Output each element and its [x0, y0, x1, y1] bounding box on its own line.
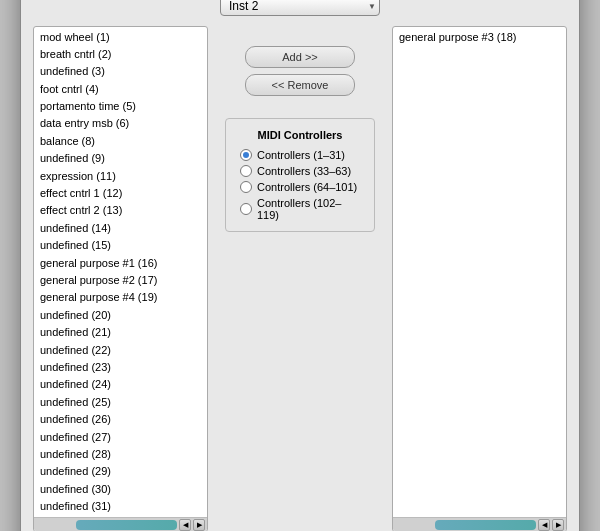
radio-circle [240, 149, 252, 161]
list-item[interactable]: undefined (24) [38, 376, 203, 393]
left-scroll-thumb [76, 520, 177, 530]
list-item[interactable]: general purpose #3 (18) [397, 29, 562, 46]
radio-circle [240, 203, 252, 215]
radio-label: Controllers (64–101) [257, 181, 357, 193]
right-scroll-thumb [435, 520, 536, 530]
list-item[interactable]: undefined (3) [38, 63, 203, 80]
radio-item[interactable]: Controllers (1–31) [240, 149, 360, 161]
right-list-panel: general purpose #3 (18) ◀ ▶ [392, 26, 567, 531]
list-item[interactable]: undefined (31) [38, 498, 203, 515]
list-item[interactable]: undefined (23) [38, 359, 203, 376]
list-item[interactable]: undefined (21) [38, 324, 203, 341]
list-item[interactable]: undefined (28) [38, 446, 203, 463]
left-list-panel: mod wheel (1)breath cntrl (2)undefined (… [33, 26, 208, 531]
midi-controllers-box: MIDI Controllers Controllers (1–31)Contr… [225, 118, 375, 232]
right-scroll-right[interactable]: ▶ [552, 519, 564, 531]
radio-group: Controllers (1–31)Controllers (33–63)Con… [240, 149, 360, 221]
list-item[interactable]: general purpose #1 (16) [38, 255, 203, 272]
add-button[interactable]: Add >> [245, 46, 355, 68]
radio-item[interactable]: Controllers (102–119) [240, 197, 360, 221]
list-item[interactable]: general purpose #4 (19) [38, 289, 203, 306]
left-scroll-right[interactable]: ▶ [193, 519, 205, 531]
left-scroll-left[interactable]: ◀ [179, 519, 191, 531]
list-item[interactable]: undefined (30) [38, 481, 203, 498]
list-item[interactable]: undefined (22) [38, 342, 203, 359]
list-item[interactable]: undefined (20) [38, 307, 203, 324]
list-item[interactable]: effect cntrl 1 (12) [38, 185, 203, 202]
list-item[interactable]: effect cntrl 2 (13) [38, 202, 203, 219]
list-item[interactable]: undefined (14) [38, 220, 203, 237]
dialog-content: Inst 1 Inst 2 Inst 3 mod wheel (1)breath… [21, 0, 579, 531]
top-bar: Inst 1 Inst 2 Inst 3 [33, 0, 567, 16]
inst-select[interactable]: Inst 1 Inst 2 Inst 3 [220, 0, 380, 16]
list-item[interactable]: portamento time (5) [38, 98, 203, 115]
midi-controllers-title: MIDI Controllers [240, 129, 360, 141]
left-list-scroll[interactable]: mod wheel (1)breath cntrl (2)undefined (… [34, 27, 207, 518]
remove-button[interactable]: << Remove [245, 74, 355, 96]
radio-label: Controllers (1–31) [257, 149, 345, 161]
list-item[interactable]: foot cntrl (4) [38, 81, 203, 98]
radio-label: Controllers (33–63) [257, 165, 351, 177]
radio-circle [240, 165, 252, 177]
radio-item[interactable]: Controllers (64–101) [240, 181, 360, 193]
list-item[interactable]: mod wheel (1) [38, 29, 203, 46]
list-item[interactable]: undefined (15) [38, 237, 203, 254]
radio-circle [240, 181, 252, 193]
list-item[interactable]: balance (8) [38, 133, 203, 150]
right-list-scroll[interactable]: general purpose #3 (18) [393, 27, 566, 518]
list-item[interactable]: expression (11) [38, 168, 203, 185]
radio-item[interactable]: Controllers (33–63) [240, 165, 360, 177]
right-scroll-left[interactable]: ◀ [538, 519, 550, 531]
list-item[interactable]: undefined (29) [38, 463, 203, 480]
list-item[interactable]: undefined (9) [38, 150, 203, 167]
middle-panel: Add >> << Remove MIDI Controllers Contro… [216, 26, 384, 531]
list-item[interactable]: breath cntrl (2) [38, 46, 203, 63]
list-item[interactable]: data entry msb (6) [38, 115, 203, 132]
left-list-footer: ◀ ▶ [34, 517, 207, 531]
main-area: mod wheel (1)breath cntrl (2)undefined (… [33, 26, 567, 531]
list-item[interactable]: undefined (25) [38, 394, 203, 411]
list-item[interactable]: undefined (26) [38, 411, 203, 428]
right-list-footer: ◀ ▶ [393, 517, 566, 531]
radio-label: Controllers (102–119) [257, 197, 360, 221]
dialog: Automated MIDI Controllers Inst 1 Inst 2… [20, 0, 580, 531]
list-item[interactable]: undefined (27) [38, 429, 203, 446]
inst-select-wrapper[interactable]: Inst 1 Inst 2 Inst 3 [220, 0, 380, 16]
list-item[interactable]: general purpose #2 (17) [38, 272, 203, 289]
